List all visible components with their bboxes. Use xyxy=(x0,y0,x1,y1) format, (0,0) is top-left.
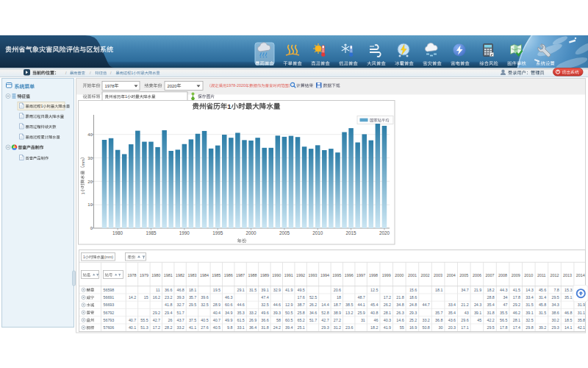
svg-text:39.1: 39.1 xyxy=(261,288,268,292)
svg-text:48.7: 48.7 xyxy=(358,295,365,300)
svg-text:1: 1 xyxy=(125,94,127,99)
svg-text:26.2: 26.2 xyxy=(309,302,317,307)
svg-text:29.3: 29.3 xyxy=(321,325,329,330)
svg-text:16.2: 16.2 xyxy=(153,295,160,300)
svg-text:39.2: 39.2 xyxy=(539,325,546,330)
svg-text:49.5: 49.5 xyxy=(298,288,305,292)
svg-text:2009: 2009 xyxy=(512,273,520,277)
svg-text:2007: 2007 xyxy=(486,273,495,277)
svg-text:28.9: 28.9 xyxy=(213,302,220,307)
svg-text:41.1: 41.1 xyxy=(189,325,196,330)
svg-text:34.8: 34.8 xyxy=(396,302,404,307)
svg-text:30: 30 xyxy=(439,325,443,330)
svg-text:29.3: 29.3 xyxy=(552,325,559,330)
svg-text:38.6: 38.6 xyxy=(552,311,559,315)
svg-text:35.8: 35.8 xyxy=(578,318,585,322)
svg-text:1: 1 xyxy=(83,255,85,259)
svg-text:39.4: 39.4 xyxy=(285,325,293,330)
svg-text:34.6: 34.6 xyxy=(309,311,317,315)
svg-text:1988: 1988 xyxy=(248,273,257,277)
svg-text:33.2: 33.2 xyxy=(249,311,257,315)
svg-text:1990: 1990 xyxy=(272,273,281,277)
svg-text:1982: 1982 xyxy=(176,273,184,277)
svg-text:51.7: 51.7 xyxy=(177,311,184,315)
svg-text:35.4: 35.4 xyxy=(487,302,495,307)
svg-text:18: 18 xyxy=(337,295,341,300)
svg-text:1989: 1989 xyxy=(260,273,269,277)
svg-text:21.9: 21.9 xyxy=(474,288,481,292)
svg-text:29.8: 29.8 xyxy=(526,325,533,330)
svg-text:14.6: 14.6 xyxy=(396,318,404,322)
svg-text:25.2: 25.2 xyxy=(409,318,417,322)
svg-text:2011: 2011 xyxy=(537,273,546,277)
svg-text:28.8: 28.8 xyxy=(487,295,495,300)
svg-text:2003: 2003 xyxy=(434,273,442,277)
svg-text:35.7: 35.7 xyxy=(189,295,196,300)
svg-text:33.2: 33.2 xyxy=(177,325,184,330)
svg-text:44.7: 44.7 xyxy=(423,302,430,307)
svg-text:12.9: 12.9 xyxy=(285,302,293,307)
svg-text:1979: 1979 xyxy=(140,273,148,277)
svg-text:1978: 1978 xyxy=(128,273,137,277)
svg-text:46.8: 46.8 xyxy=(564,311,572,315)
svg-text:20.3: 20.3 xyxy=(448,325,456,330)
svg-text:31.4: 31.4 xyxy=(539,295,546,300)
svg-text:36.6: 36.6 xyxy=(165,288,172,292)
svg-text:29.5: 29.5 xyxy=(189,302,196,307)
svg-text:52.8: 52.8 xyxy=(321,311,329,315)
svg-text:31.2: 31.2 xyxy=(334,325,341,330)
svg-text:17.1: 17.1 xyxy=(461,325,468,330)
svg-text:39.3: 39.3 xyxy=(177,295,184,300)
svg-text:40.7: 40.7 xyxy=(129,318,136,322)
svg-text:55: 55 xyxy=(400,325,404,330)
svg-text:1995: 1995 xyxy=(332,273,341,277)
svg-text:56598: 56598 xyxy=(104,288,115,292)
svg-text:28.1: 28.1 xyxy=(513,318,520,322)
svg-text:15.6: 15.6 xyxy=(409,288,417,292)
svg-text:33.4: 33.4 xyxy=(526,295,533,300)
svg-text:50.8: 50.8 xyxy=(423,325,430,330)
svg-text:45.4: 45.4 xyxy=(370,302,378,307)
svg-text:29.2: 29.2 xyxy=(513,302,520,307)
svg-text:13.2: 13.2 xyxy=(345,311,353,315)
svg-text:17.8: 17.8 xyxy=(513,295,520,300)
svg-text:38.7: 38.7 xyxy=(298,302,305,307)
svg-text:18.5: 18.5 xyxy=(564,318,572,322)
svg-text:41.9: 41.9 xyxy=(384,325,391,330)
svg-text:44.6: 44.6 xyxy=(273,302,281,307)
svg-text:27.2: 27.2 xyxy=(334,318,341,322)
svg-text:29.6: 29.6 xyxy=(461,318,468,322)
svg-text:40.8: 40.8 xyxy=(370,311,378,315)
svg-text:1990: 1990 xyxy=(179,230,190,236)
svg-text:56693: 56693 xyxy=(104,302,115,307)
svg-text:21.8: 21.8 xyxy=(396,295,404,300)
svg-text:45.6: 45.6 xyxy=(539,288,546,292)
svg-text:65.2: 65.2 xyxy=(298,318,305,322)
svg-text:49.9: 49.9 xyxy=(225,318,232,322)
svg-text:2006: 2006 xyxy=(473,273,481,277)
svg-text:1999: 1999 xyxy=(382,273,391,277)
svg-text:43.6: 43.6 xyxy=(448,318,456,322)
svg-text:36.4: 36.4 xyxy=(249,325,257,330)
svg-text:27.6: 27.6 xyxy=(201,325,208,330)
svg-text:2002: 2002 xyxy=(421,273,430,277)
svg-text:1980: 1980 xyxy=(112,230,123,236)
svg-text:31: 31 xyxy=(361,318,365,322)
svg-text:23.6: 23.6 xyxy=(345,325,353,330)
svg-text:2000: 2000 xyxy=(246,230,257,236)
svg-text:60.5: 60.5 xyxy=(285,318,293,322)
svg-text:24.3: 24.3 xyxy=(474,302,481,307)
svg-text:2014: 2014 xyxy=(576,273,585,277)
svg-text:39.1: 39.1 xyxy=(474,311,481,315)
svg-text:30.2: 30.2 xyxy=(552,318,559,322)
svg-text:46.3: 46.3 xyxy=(225,295,232,300)
svg-text:33.4: 33.4 xyxy=(448,302,456,307)
svg-text:34.7: 34.7 xyxy=(461,288,468,292)
svg-text:58: 58 xyxy=(276,318,281,322)
svg-text:56.5: 56.5 xyxy=(500,318,507,322)
svg-text:37.5: 37.5 xyxy=(189,318,196,322)
svg-text:36.8: 36.8 xyxy=(435,318,442,322)
svg-text:1983: 1983 xyxy=(188,273,197,277)
svg-text:56691: 56691 xyxy=(104,295,115,300)
svg-text:18.2: 18.2 xyxy=(487,288,495,292)
